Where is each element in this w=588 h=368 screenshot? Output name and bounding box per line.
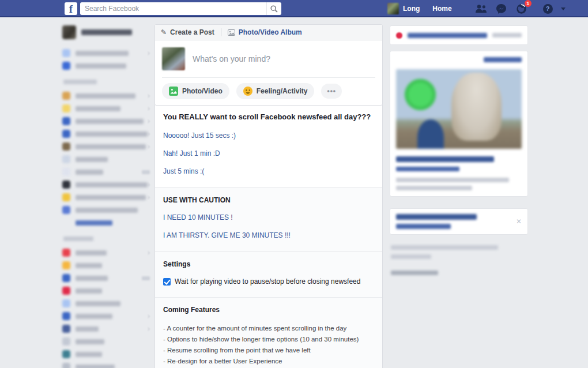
blurred-text: [396, 224, 451, 229]
sidebar-item-blurred[interactable]: [62, 362, 150, 368]
sidebar-item-blurred[interactable]: ›: [62, 48, 150, 58]
sidebar-item-blurred[interactable]: [62, 286, 150, 295]
sidebar-item-blurred[interactable]: [62, 155, 150, 164]
settings-section: Settings Wait for playing video to pause…: [155, 252, 382, 297]
chevron-right-icon: ›: [148, 312, 150, 320]
blurred-text: [408, 33, 487, 38]
more-options-button[interactable]: •••: [321, 84, 342, 99]
whats-on-your-mind-placeholder[interactable]: What's on your mind?: [193, 54, 270, 63]
home-link[interactable]: Home: [432, 5, 451, 13]
sidebar-item-blurred[interactable]: [62, 261, 150, 270]
close-icon[interactable]: ✕: [516, 217, 522, 226]
notifications-icon[interactable]: 1: [515, 3, 528, 14]
blurred-text: [81, 29, 132, 35]
sidebar-item-icon: [62, 168, 70, 176]
time-option-1-min[interactable]: Nah! Just 1 min :D: [163, 149, 374, 157]
sidebar-item-icon: [62, 363, 70, 368]
settings-checkbox[interactable]: [163, 278, 171, 286]
feeling-activity-button[interactable]: Feeling/Activity: [236, 83, 315, 99]
chevron-right-icon: ›: [148, 249, 150, 257]
coming-feature-item: - A counter for the amount of minutes sp…: [163, 323, 374, 334]
sidebar-item-blurred[interactable]: ›: [62, 142, 150, 151]
blurred-text: [76, 263, 102, 268]
time-options-section: You REALLY want to scroll Facebook newsf…: [155, 104, 382, 187]
photo-video-icon: [169, 87, 178, 96]
sidebar-item-blurred[interactable]: ›: [62, 324, 150, 333]
sidebar-item-blurred[interactable]: ›: [62, 311, 150, 321]
blurred-text: [76, 365, 115, 368]
sidebar-item-icon: [62, 206, 70, 214]
blurred-text: [76, 51, 129, 56]
newsfeed-blocker-panel: You REALLY want to scroll Facebook newsf…: [154, 104, 383, 368]
sidebar-item-blurred[interactable]: ›: [62, 129, 150, 138]
create-ad-link-blurred[interactable]: [484, 57, 522, 62]
time-option-30-mins[interactable]: I AM THIRSTY. GIVE ME 30 MINUTES !!!: [163, 231, 374, 239]
sidebar-section-header: [62, 77, 150, 87]
messenger-icon[interactable]: [495, 3, 508, 14]
sidebar-item-blurred[interactable]: ›: [62, 91, 150, 100]
coming-feature-item: - Resume scrolling from the point that w…: [163, 345, 374, 356]
chevron-right-icon: ›: [148, 193, 150, 201]
sidebar-item-blurred[interactable]: ›: [62, 180, 150, 189]
sponsored-ad-card[interactable]: [390, 51, 528, 197]
blurred-text: [396, 178, 509, 182]
coming-features-list: - A counter for the amount of minutes sp…: [163, 323, 374, 367]
sidebar-item-blurred[interactable]: ›: [62, 117, 150, 126]
blurred-copyright: [391, 271, 438, 275]
photo-video-album-tab[interactable]: Photo/Video Album: [228, 28, 302, 36]
sidebar-item-blurred[interactable]: ›: [62, 248, 150, 257]
header-icons: 1: [475, 3, 528, 14]
status-dot-icon: [396, 32, 402, 39]
sidebar-item-icon: [62, 181, 70, 189]
sidebar-item-blurred[interactable]: [62, 273, 150, 283]
composer-input-area[interactable]: What's on your mind?: [155, 40, 382, 77]
panel-heading: You REALLY want to scroll Facebook newsf…: [163, 112, 374, 121]
time-option-5-mins[interactable]: Just 5 mins :(: [163, 167, 374, 175]
trending-card[interactable]: [390, 25, 528, 45]
blurred-text: [76, 301, 120, 306]
create-post-tab[interactable]: Create a Post: [170, 28, 214, 36]
sidebar-profile-item[interactable]: [62, 24, 150, 40]
header-nav: Long Home 1 ?: [387, 0, 566, 17]
sidebar-item-blurred[interactable]: [62, 61, 150, 70]
photo-icon: [228, 29, 235, 36]
help-icon[interactable]: ?: [543, 4, 553, 14]
blurred-text: [76, 314, 112, 319]
sidebar-item-icon: [62, 62, 70, 70]
sidebar-item-blurred[interactable]: [62, 337, 150, 346]
account-menu-caret-icon[interactable]: [561, 7, 566, 10]
search-icon[interactable]: [266, 2, 281, 15]
friend-requests-icon[interactable]: [475, 3, 488, 14]
sidebar-item-blurred[interactable]: [62, 299, 150, 308]
sidebar-item-blurred[interactable]: [62, 350, 150, 359]
ad-image[interactable]: [396, 69, 522, 149]
sidebar-item-blurred[interactable]: ›: [62, 193, 150, 202]
chevron-right-icon: ›: [148, 49, 150, 57]
sidebar-item-blurred[interactable]: ›: [62, 104, 150, 113]
photo-video-button[interactable]: Photo/Video: [162, 83, 229, 99]
time-option-15-secs[interactable]: Nooooo! Just 15 secs :): [163, 132, 374, 140]
avatar[interactable]: [387, 3, 399, 14]
ad-image-sticker: [405, 79, 436, 110]
facebook-header: f Long Home 1 ?: [0, 0, 588, 17]
blurred-card-text: [396, 214, 477, 229]
sidebar-item-blurred[interactable]: [62, 167, 150, 177]
time-option-10-mins[interactable]: I NEED 10 MINUTES !: [163, 213, 374, 221]
suggestion-card[interactable]: ✕: [390, 208, 528, 235]
settings-checkbox-row: Wait for playing video to pause/stop bef…: [163, 277, 374, 286]
chevron-right-icon: ›: [148, 92, 150, 100]
sidebar-see-more-link[interactable]: [62, 218, 150, 227]
feeling-activity-icon: [243, 87, 252, 96]
sidebar-item-icon: [62, 104, 70, 112]
pencil-icon: ✎: [161, 28, 167, 36]
search-input[interactable]: [80, 5, 266, 13]
profile-link[interactable]: Long: [403, 5, 420, 13]
blurred-text: [76, 157, 108, 162]
settings-heading: Settings: [163, 260, 374, 268]
chevron-right-icon: ›: [148, 104, 150, 112]
blurred-text: [76, 106, 120, 111]
avatar: [62, 25, 76, 39]
sidebar-item-icon: [62, 117, 70, 125]
sidebar-item-blurred[interactable]: [62, 205, 150, 215]
facebook-logo-icon[interactable]: f: [65, 2, 77, 15]
